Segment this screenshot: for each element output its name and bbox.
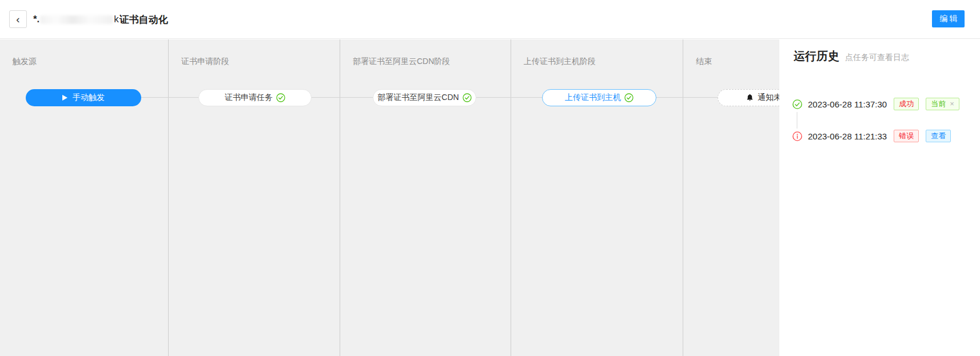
timeline-connector <box>796 112 798 129</box>
page-title-prefix: *. <box>33 14 39 25</box>
page-title-suffix: 证书自动化 <box>119 13 168 26</box>
stage-label: 证书申请阶段 <box>181 57 229 67</box>
success-check-circle-icon <box>792 99 802 109</box>
stage-label: 触发源 <box>13 57 37 67</box>
stage-label: 部署证书至阿里云CDN阶段 <box>353 57 450 67</box>
manual-trigger-button[interactable]: 手动触发 <box>26 89 141 106</box>
status-badge-error: 错误 <box>894 130 919 142</box>
current-run-badge-label: 当前 <box>931 99 946 109</box>
check-circle-icon <box>624 93 634 102</box>
chevron-left-icon: ‹ <box>16 14 19 25</box>
check-circle-icon <box>276 93 285 102</box>
back-button[interactable]: ‹ <box>9 10 27 28</box>
play-icon <box>62 95 67 101</box>
close-icon[interactable]: × <box>950 99 954 109</box>
deploy-cdn-task-label: 部署证书至阿里云CDN <box>377 93 459 103</box>
deploy-cdn-task-node[interactable]: 部署证书至阿里云CDN <box>373 89 476 106</box>
node-connector <box>476 97 542 98</box>
upload-host-task-node-selected[interactable]: 上传证书到主机 <box>542 89 656 106</box>
view-log-button[interactable]: 查看 <box>926 130 951 142</box>
stage-column-trigger: 触发源 <box>0 39 169 356</box>
current-run-badge[interactable]: 当前 × <box>926 98 959 110</box>
run-history-subtitle: 点任务可查看日志 <box>845 53 909 63</box>
run-timestamp: 2023-06-28 11:21:33 <box>808 131 887 141</box>
upload-host-task-label: 上传证书到主机 <box>565 93 621 103</box>
bell-icon <box>746 93 754 102</box>
stage-label: 结束 <box>696 57 712 67</box>
page-title: *. k 证书自动化 <box>33 12 168 27</box>
page-title-tail: k <box>114 14 119 25</box>
stage-column-cert-request: 证书申请阶段 <box>169 39 340 356</box>
page-header: ‹ *. k 证书自动化 编辑 <box>0 0 980 39</box>
stage-column-deploy-cdn: 部署证书至阿里云CDN阶段 <box>340 39 511 356</box>
run-history-row[interactable]: 2023-06-28 11:21:33 错误 查看 <box>792 129 951 143</box>
check-circle-icon <box>463 93 472 102</box>
cert-request-task-node[interactable]: 证书申请任务 <box>198 89 312 106</box>
node-connector <box>312 97 373 98</box>
edit-button[interactable]: 编辑 <box>932 10 965 27</box>
cert-request-task-label: 证书申请任务 <box>225 93 273 103</box>
status-badge-success: 成功 <box>894 98 919 110</box>
redacted-domain-blur <box>40 15 113 24</box>
manual-trigger-label: 手动触发 <box>73 93 105 103</box>
run-history-title: 运行历史 <box>794 49 839 64</box>
run-timestamp: 2023-06-28 11:37:30 <box>808 99 887 109</box>
run-history-row[interactable]: 2023-06-28 11:37:30 成功 当前 × <box>792 97 959 111</box>
node-connector <box>141 97 198 98</box>
stage-column-upload-host: 上传证书到主机阶段 <box>511 39 683 356</box>
node-connector <box>656 97 718 98</box>
stage-label: 上传证书到主机阶段 <box>524 57 596 67</box>
run-history-panel: 运行历史 点任务可查看日志 2023-06-28 11:37:30 成功 当前 … <box>779 39 980 356</box>
run-history-header: 运行历史 点任务可查看日志 <box>794 49 909 64</box>
error-info-circle-icon <box>792 131 802 141</box>
